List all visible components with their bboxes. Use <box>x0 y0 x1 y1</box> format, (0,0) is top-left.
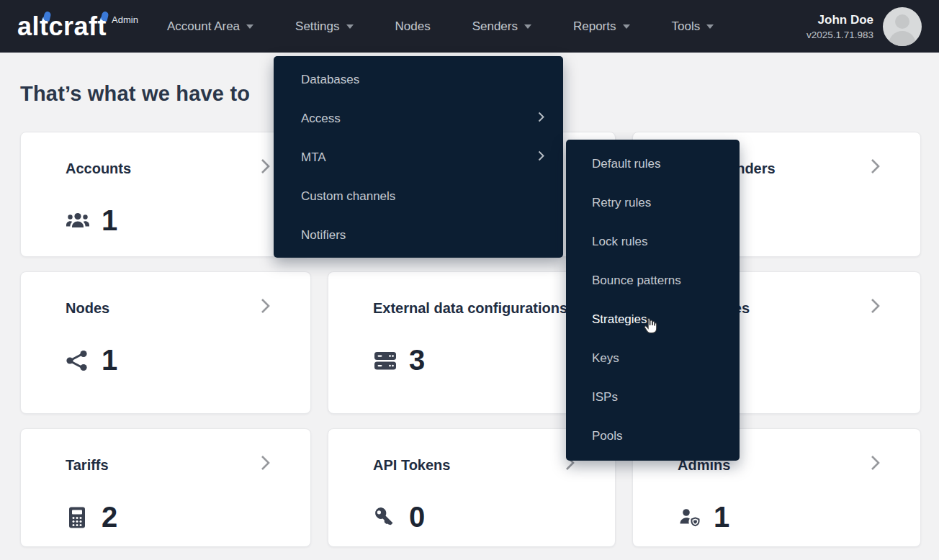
nav-item-tools[interactable]: Tools <box>672 19 714 34</box>
menu-item-default-rules[interactable]: Default rules <box>566 145 740 184</box>
settings-dropdown-menu: Databases Access MTA Custom channels Not… <box>274 56 563 258</box>
avatar-silhouette <box>889 31 916 46</box>
card-title: Accounts <box>66 158 266 179</box>
brand-text: craf <box>49 12 98 41</box>
chevron-right-icon <box>261 298 270 317</box>
nav-item-senders[interactable]: Senders <box>472 19 531 34</box>
brand-text: al <box>17 12 40 41</box>
menu-item-access[interactable]: Access <box>274 99 563 138</box>
nav-item-settings[interactable]: Settings <box>295 19 353 34</box>
menu-item-mta[interactable]: MTA <box>274 138 563 177</box>
brand-tick-icon <box>101 11 109 22</box>
chevron-down-icon <box>623 24 630 29</box>
chevron-right-icon <box>261 455 270 474</box>
mta-submenu: Default rules Retry rules Lock rules Bou… <box>566 140 740 461</box>
chevron-right-icon <box>871 455 880 474</box>
chevron-down-icon <box>346 24 354 29</box>
chevron-right-icon <box>871 158 880 177</box>
navbar: altcraft Admin Account Area Settings Nod… <box>0 0 939 53</box>
menu-item-pools[interactable]: Pools <box>566 417 740 456</box>
chevron-down-icon <box>706 24 714 29</box>
card-count: 3 <box>409 344 425 376</box>
card-count: 1 <box>102 344 117 376</box>
card-nodes[interactable]: Nodes 1 <box>20 271 311 414</box>
card-count: 1 <box>714 501 729 533</box>
user-name: John Doe <box>807 13 873 27</box>
share-icon <box>66 349 90 372</box>
main-nav: Account Area Settings Nodes Senders Repo… <box>167 19 755 34</box>
chevron-right-icon <box>538 150 544 165</box>
card-title: External data configurations <box>373 298 570 318</box>
brand-wordmark: altcraft <box>17 12 107 41</box>
card-title: Nodes <box>66 298 266 318</box>
servers-icon <box>373 349 397 372</box>
chevron-right-icon <box>871 298 880 317</box>
avatar[interactable] <box>883 7 922 46</box>
chevron-down-icon <box>246 24 253 29</box>
menu-item-retry-rules[interactable]: Retry rules <box>566 184 740 222</box>
card-count: 0 <box>409 501 425 533</box>
user-info[interactable]: John Doe v2025.1.71.983 <box>807 13 873 40</box>
brand-text: t <box>40 12 49 41</box>
chevron-down-icon <box>524 24 531 29</box>
menu-item-bounce-patterns[interactable]: Bounce patterns <box>566 261 740 300</box>
user-shield-icon <box>678 506 702 529</box>
menu-item-custom-channels[interactable]: Custom channels <box>274 177 563 216</box>
users-icon <box>66 209 90 232</box>
card-count: 2 <box>102 501 117 533</box>
menu-item-notifiers[interactable]: Notifiers <box>274 216 563 255</box>
nav-item-reports[interactable]: Reports <box>573 19 630 34</box>
menu-item-keys[interactable]: Keys <box>566 339 740 378</box>
avatar-silhouette <box>895 14 909 29</box>
menu-item-databases[interactable]: Databases <box>274 60 563 99</box>
calculator-icon <box>66 506 90 529</box>
brand-admin-badge: Admin <box>112 14 138 25</box>
chevron-right-icon <box>538 112 544 126</box>
chevron-right-icon <box>261 158 270 177</box>
card-tariffs[interactable]: Tariffs 2 <box>20 428 311 547</box>
card-accounts[interactable]: Accounts 1 <box>20 132 311 257</box>
brand-text: t <box>98 12 107 41</box>
card-count: 1 <box>102 204 117 237</box>
menu-item-lock-rules[interactable]: Lock rules <box>566 222 740 261</box>
nav-item-account-area[interactable]: Account Area <box>167 19 253 34</box>
card-title: Tariffs <box>66 455 266 475</box>
app-version: v2025.1.71.983 <box>807 30 873 40</box>
key-icon <box>373 506 397 529</box>
nav-item-nodes[interactable]: Nodes <box>395 19 431 34</box>
brand-logo[interactable]: altcraft Admin <box>17 12 138 41</box>
menu-item-isps[interactable]: ISPs <box>566 378 740 417</box>
card-title: API Tokens <box>373 455 570 475</box>
cursor-hand-icon <box>642 317 657 338</box>
